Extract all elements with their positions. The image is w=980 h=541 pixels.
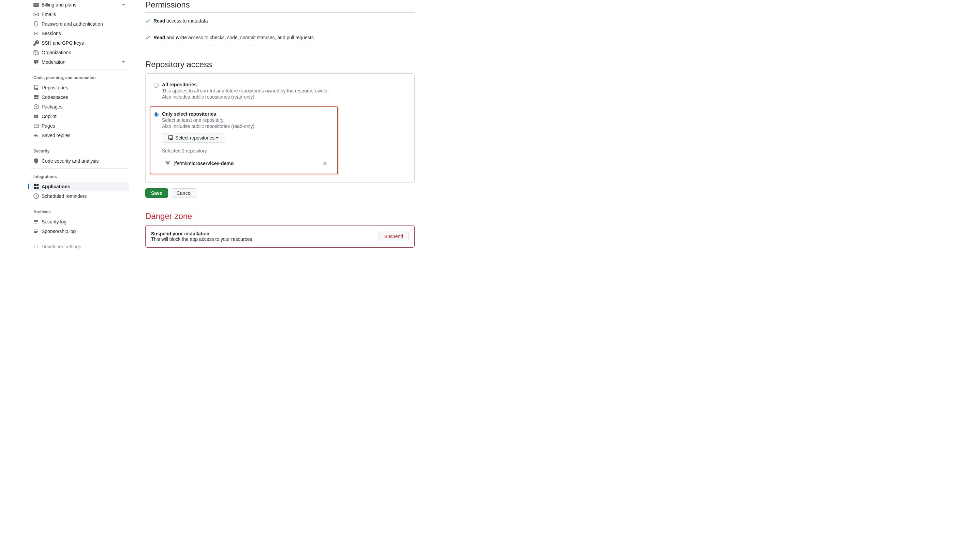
section-header-archives: Archives (31, 207, 129, 217)
broadcast-icon (33, 31, 39, 36)
sidebar-label: Pages (41, 123, 55, 129)
sidebar-item-moderation[interactable]: Moderation (31, 57, 129, 67)
repo-icon (33, 85, 39, 91)
section-header-integrations: Integrations (31, 172, 129, 182)
permission-text: access to checks, code, commit statuses,… (187, 35, 314, 40)
credit-card-icon (33, 2, 39, 8)
divider (31, 70, 129, 70)
repository-access-section: Repository access All repositories This … (145, 60, 415, 198)
permission-text: access to metadata (165, 18, 208, 24)
log-icon (33, 219, 39, 224)
package-icon (33, 104, 39, 110)
sidebar-item-scheduled-reminders[interactable]: Scheduled reminders (31, 191, 129, 201)
radio-label: Only select repositories (162, 111, 334, 117)
organization-icon (33, 50, 39, 55)
sidebar-item-security-log[interactable]: Security log (31, 217, 129, 226)
save-button[interactable]: Save (145, 188, 168, 198)
danger-zone-heading: Danger zone (145, 212, 415, 221)
log-icon (33, 229, 39, 234)
danger-zone-box: Suspend your installation This will bloc… (145, 225, 415, 248)
sidebar-label: Sponsorship log (41, 229, 76, 234)
permissions-list: Read access to metadata Read and write a… (145, 12, 415, 46)
radio-input-only-select[interactable] (154, 112, 159, 117)
dropdown-caret-icon (216, 137, 219, 138)
sidebar-label: Codespaces (41, 94, 68, 100)
cancel-button[interactable]: Cancel (171, 188, 197, 198)
radio-all-repositories[interactable]: All repositories This applies to all cur… (154, 82, 406, 100)
sidebar-item-emails[interactable]: Emails (31, 10, 129, 19)
sidebar-label: Scheduled reminders (41, 193, 87, 199)
danger-description: This will block the app access to your r… (151, 236, 253, 242)
sidebar-label: Applications (41, 184, 70, 189)
radio-description: This applies to all current and future r… (162, 88, 329, 94)
browser-icon (33, 123, 39, 129)
radio-description: Select at least one repository. (162, 117, 334, 123)
suspend-button[interactable]: Suspend (379, 232, 409, 241)
check-icon (145, 18, 151, 24)
remove-repo-icon[interactable] (322, 161, 328, 166)
sidebar-label: Billing and plans (41, 2, 76, 8)
repository-access-heading: Repository access (145, 60, 415, 69)
divider (31, 143, 129, 143)
highlight-annotation: Only select repositories Select at least… (150, 107, 338, 174)
reply-icon (33, 133, 39, 138)
sidebar-item-repositories[interactable]: Repositories (31, 83, 129, 92)
settings-sidebar: Billing and plans Emails Password and au… (31, 0, 132, 251)
sidebar-item-sponsorship-log[interactable]: Sponsorship log (31, 226, 129, 236)
sidebar-item-code-security[interactable]: Code security and analysis (31, 156, 129, 166)
sidebar-item-applications[interactable]: Applications (31, 182, 129, 191)
sidebar-label: Packages (41, 104, 62, 110)
sidebar-label: Password and authentication (41, 21, 103, 27)
sidebar-item-developer-settings[interactable]: Developer settings (31, 242, 129, 251)
sidebar-item-organizations[interactable]: Organizations (31, 48, 129, 57)
danger-title: Suspend your installation (151, 231, 253, 236)
select-repositories-button[interactable]: Select repositories (162, 133, 224, 143)
permission-strong: Read (153, 35, 165, 40)
radio-only-select[interactable]: Only select repositories Select at least… (154, 111, 334, 170)
sidebar-item-billing[interactable]: Billing and plans (31, 0, 129, 10)
repo-forked-icon (165, 161, 171, 166)
divider (31, 169, 129, 169)
apps-icon (33, 184, 39, 189)
radio-description: Also includes public repositories (read-… (162, 94, 329, 100)
sidebar-label: SSH and GPG keys (41, 40, 84, 46)
sidebar-item-sessions[interactable]: Sessions (31, 29, 129, 38)
permission-strong: write (176, 35, 187, 40)
sidebar-item-codespaces[interactable]: Codespaces (31, 92, 129, 102)
shield-lock-icon (33, 21, 39, 27)
sidebar-item-ssh-keys[interactable]: SSH and GPG keys (31, 38, 129, 48)
chevron-down-icon (121, 2, 126, 8)
permission-text: and (165, 35, 176, 40)
clock-icon (33, 193, 39, 199)
form-actions: Save Cancel (145, 188, 415, 198)
code-icon (33, 244, 39, 249)
select-repositories-label: Select repositories (175, 135, 215, 140)
selected-repo-name: jfermi/microservices-demo (174, 161, 234, 166)
radio-input-all[interactable] (154, 83, 159, 88)
sidebar-item-pages[interactable]: Pages (31, 121, 129, 130)
radio-label: All repositories (162, 82, 329, 88)
mail-icon (33, 11, 39, 17)
sidebar-label: Copilot (41, 114, 57, 119)
sidebar-item-saved-replies[interactable]: Saved replies (31, 130, 129, 140)
sidebar-item-password[interactable]: Password and authentication (31, 19, 129, 29)
codespaces-icon (33, 94, 39, 100)
permission-item: Read access to metadata (145, 13, 415, 29)
sidebar-label: Moderation (41, 59, 65, 65)
permissions-heading: Permissions (145, 0, 415, 10)
divider (31, 204, 129, 204)
sidebar-item-packages[interactable]: Packages (31, 102, 129, 111)
permission-item: Read and write access to checks, code, c… (145, 29, 415, 46)
danger-row-suspend: Suspend your installation This will bloc… (146, 226, 414, 247)
sidebar-label: Code security and analysis (41, 158, 99, 164)
repo-icon (168, 135, 173, 140)
section-header-security: Security (31, 146, 129, 156)
sidebar-label: Developer settings (41, 244, 81, 249)
report-icon (33, 59, 39, 65)
radio-description: Also includes public repositories (read-… (162, 124, 334, 129)
sidebar-item-copilot[interactable]: Copilot (31, 111, 129, 121)
selected-count: Selected 1 repository. (162, 148, 334, 153)
copilot-icon (33, 114, 39, 119)
chevron-down-icon (121, 59, 126, 65)
sidebar-label: Emails (41, 11, 56, 17)
